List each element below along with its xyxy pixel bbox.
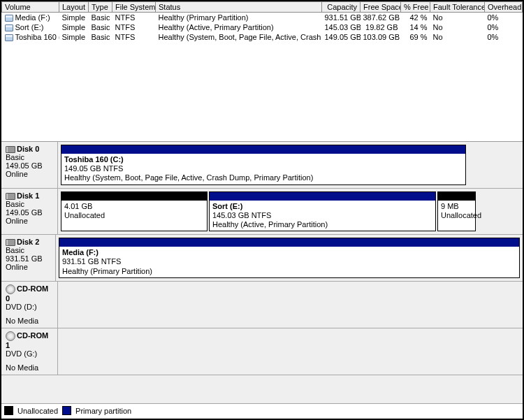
disk-name: Disk 2 xyxy=(17,238,39,246)
col-fs[interactable]: File System xyxy=(112,2,156,13)
col-volume[interactable]: Volume xyxy=(2,2,59,13)
legend-swatch-unallocated xyxy=(4,406,13,415)
col-overhead[interactable]: Overhead xyxy=(485,2,523,13)
partition-status: Healthy (Active, Primary Partition) xyxy=(212,220,432,229)
cell: 145.03 GB xyxy=(322,22,361,32)
cell: 14 % xyxy=(401,22,430,32)
disk-icon xyxy=(6,193,15,200)
disk-row-1: Disk 1 Basic 149.05 GB Online 4.01 GB Un… xyxy=(1,189,523,236)
volume-icon xyxy=(5,15,13,22)
volume-list-pane: Volume Layout Type File System Status Ca… xyxy=(1,1,523,142)
partition-size: 931.51 GB NTFS xyxy=(62,257,516,266)
table-row[interactable]: Toshiba 160 (C:) Simple Basic NTFS Healt… xyxy=(2,32,523,42)
col-capacity[interactable]: Capacity xyxy=(322,2,361,13)
disk-type: Basic xyxy=(6,200,54,208)
volume-table[interactable]: Volume Layout Type File System Status Ca… xyxy=(1,1,523,42)
cell: Simple xyxy=(59,32,89,42)
partition-status: Unallocated xyxy=(64,211,204,220)
cdrom-row-1: CD-ROM 1 DVD (G:) No Media xyxy=(1,328,523,375)
cdrom-body[interactable] xyxy=(58,282,523,328)
cell: Basic xyxy=(89,22,112,32)
partition-media-f[interactable]: Media (F:) 931.51 GB NTFS Healthy (Prima… xyxy=(59,238,520,278)
partition-bar xyxy=(61,192,207,201)
disk-row-2: Disk 2 Basic 931.51 GB Online Media (F:)… xyxy=(1,235,523,282)
disk-row-0: Disk 0 Basic 149.05 GB Online Toshiba 16… xyxy=(1,142,523,189)
cell: 103.09 GB xyxy=(361,32,401,42)
disk-name: Disk 0 xyxy=(17,145,39,153)
disk-size: 149.05 GB xyxy=(6,161,54,170)
cdrom-row-0: CD-ROM 0 DVD (D:) No Media xyxy=(1,282,523,328)
volume-name: Sort (E:) xyxy=(15,23,44,31)
disk-graphic-pane: Disk 0 Basic 149.05 GB Online Toshiba 16… xyxy=(1,142,523,419)
table-row[interactable]: Sort (E:) Simple Basic NTFS Healthy (Act… xyxy=(2,22,523,32)
volume-name: Toshiba 160 (C:) xyxy=(15,33,59,41)
cdrom-icon xyxy=(6,331,15,341)
cell: Simple xyxy=(59,22,89,32)
partition-bar xyxy=(61,145,465,154)
cell: 149.05 GB xyxy=(322,32,361,42)
table-row[interactable]: Media (F:) Simple Basic NTFS Healthy (Pr… xyxy=(2,13,523,23)
legend-swatch-primary xyxy=(62,406,71,415)
partition-bar xyxy=(59,238,519,247)
cell: 19.82 GB xyxy=(361,22,401,32)
col-layout[interactable]: Layout xyxy=(59,2,89,13)
partition-size: 9 MB xyxy=(441,202,472,211)
cell: 0% xyxy=(485,13,523,23)
partition-title: Sort (E:) xyxy=(212,202,432,211)
col-pct[interactable]: % Free xyxy=(401,2,430,13)
disk-state: No Media xyxy=(6,317,54,325)
partition-title: Toshiba 160 (C:) xyxy=(64,155,463,164)
disk-header[interactable]: Disk 1 Basic 149.05 GB Online xyxy=(1,189,58,235)
disk-header[interactable]: Disk 0 Basic 149.05 GB Online xyxy=(1,142,58,188)
cell: Healthy (Primary Partition) xyxy=(156,13,322,23)
partition-bar xyxy=(438,192,475,201)
legend-label-unallocated: Unallocated xyxy=(17,407,58,415)
disk-type: Basic xyxy=(6,246,52,254)
disk-header[interactable]: CD-ROM 0 DVD (D:) No Media xyxy=(1,282,58,328)
volume-icon xyxy=(5,34,13,41)
legend: Unallocated Primary partition xyxy=(1,403,523,417)
volume-icon xyxy=(5,24,13,31)
partition-title: Media (F:) xyxy=(62,248,516,257)
disk-size: 931.51 GB xyxy=(6,254,52,263)
cell: No xyxy=(430,13,485,23)
col-status[interactable]: Status xyxy=(156,2,322,13)
partition-size: 149.05 GB NTFS xyxy=(64,164,463,173)
partition-unallocated-1[interactable]: 4.01 GB Unallocated xyxy=(61,191,208,232)
disk-management-window: Volume Layout Type File System Status Ca… xyxy=(0,0,524,420)
volume-name: Media (F:) xyxy=(15,13,50,22)
disk-icon xyxy=(6,146,15,153)
cell: 69 % xyxy=(401,32,430,42)
partition-status: Unallocated xyxy=(441,211,472,220)
cell: 0% xyxy=(485,32,523,42)
partition-sort-e[interactable]: Sort (E:) 145.03 GB NTFS Healthy (Active… xyxy=(209,191,436,232)
drive-letter: DVD (G:) xyxy=(6,349,54,358)
cell: No xyxy=(430,32,485,42)
cell: Basic xyxy=(89,32,112,42)
cell: Basic xyxy=(89,13,112,23)
disk-state: Online xyxy=(6,263,52,271)
cdrom-icon xyxy=(6,284,15,294)
col-fault[interactable]: Fault Tolerance xyxy=(430,2,485,13)
cell: Healthy (System, Boot, Page File, Active… xyxy=(156,32,322,42)
disk-type: Basic xyxy=(6,153,54,161)
disk-name: Disk 1 xyxy=(17,191,39,200)
disk-size: 149.05 GB xyxy=(6,208,54,217)
disk-header[interactable]: Disk 2 Basic 931.51 GB Online xyxy=(1,235,56,281)
partition-status: Healthy (Primary Partition) xyxy=(62,267,516,276)
cell: 931.51 GB xyxy=(322,13,361,23)
drive-letter: DVD (D:) xyxy=(6,303,54,311)
col-type[interactable]: Type xyxy=(89,2,112,13)
partition-size: 4.01 GB xyxy=(64,202,204,211)
disk-state: Online xyxy=(6,217,54,225)
cdrom-body[interactable] xyxy=(58,328,523,375)
partition-status: Healthy (System, Boot, Page File, Active… xyxy=(64,173,463,182)
disk-header[interactable]: CD-ROM 1 DVD (G:) No Media xyxy=(1,328,58,375)
disk-state: Online xyxy=(6,170,54,178)
volume-table-header[interactable]: Volume Layout Type File System Status Ca… xyxy=(2,2,523,13)
col-free[interactable]: Free Space xyxy=(361,2,401,13)
partition-unallocated-2[interactable]: 9 MB Unallocated xyxy=(437,191,476,232)
cell: NTFS xyxy=(112,32,156,42)
disk-icon xyxy=(6,239,15,246)
partition-toshiba-c[interactable]: Toshiba 160 (C:) 149.05 GB NTFS Healthy … xyxy=(61,145,466,185)
